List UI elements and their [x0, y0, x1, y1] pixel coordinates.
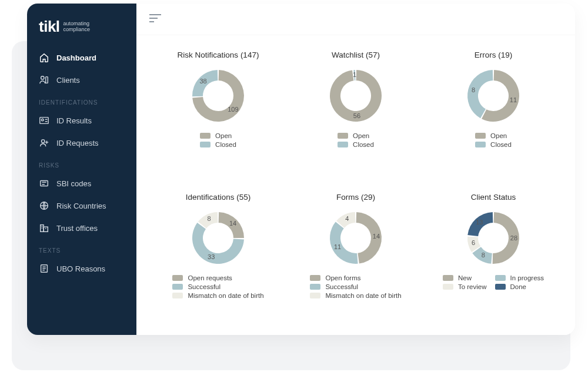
donut-chart: 118 [460, 63, 526, 129]
donut-value-label: 11 [510, 96, 517, 103]
legend-swatch [310, 293, 320, 298]
legend-swatch [172, 275, 183, 281]
donut-value-label: 1 [353, 71, 356, 78]
legend-label: Closed [215, 141, 236, 148]
chart-title: Risk Notifications (147) [178, 51, 259, 59]
donut-value-label: 56 [353, 112, 360, 119]
sidebar-item-id-requests[interactable]: ID Requests [27, 132, 136, 154]
legend-swatch [443, 284, 453, 290]
globe-icon [39, 200, 49, 211]
sidebar-item-label: Trust offices [56, 224, 98, 233]
topbar [136, 4, 575, 35]
chart-card: Forms (29)14114Open formsSuccessfulMisma… [287, 193, 425, 329]
sidebar-item-id-results[interactable]: ID Results [27, 109, 136, 132]
legend-label: Successful [188, 283, 220, 290]
donut-value-label: 14 [229, 220, 236, 227]
legend-item: Mismatch on date of birth [310, 292, 401, 299]
nav-group-label: TEXTS [27, 239, 136, 257]
legend-label: Open [215, 132, 232, 139]
legend-label: To review [458, 283, 487, 290]
legend-swatch [475, 142, 486, 147]
legend-swatch [338, 133, 348, 139]
nav-group-label: IDENTIFICATIONS [27, 91, 136, 109]
chart-legend: OpenClosed [200, 132, 236, 148]
sidebar-item-label: ID Requests [56, 139, 99, 147]
legend-label: Open [353, 132, 369, 139]
legend-label: Mismatch on date of birth [325, 292, 401, 299]
svg-rect-1 [46, 77, 48, 83]
legend-item: New [443, 274, 487, 281]
sidebar-item-dashboard[interactable]: Dashboard [27, 46, 136, 69]
main: Risk Notifications (147)10938OpenClosedW… [136, 4, 575, 335]
donut-chart: 10938 [185, 63, 251, 129]
chart-legend: OpenClosed [338, 132, 374, 148]
tag-icon [39, 178, 49, 189]
donut-value-label: 4 [345, 215, 349, 222]
chart-title: Errors (19) [475, 51, 513, 59]
legend-item: Successful [310, 283, 358, 290]
legend-label: Mismatch on date of birth [188, 292, 263, 299]
legend-label: Closed [353, 141, 374, 148]
legend-label: Open [490, 132, 507, 139]
sidebar-item-label: UBO Reasons [56, 264, 105, 273]
svg-point-3 [42, 119, 44, 121]
legend-swatch [310, 284, 320, 290]
donut-value-label: 11 [334, 243, 341, 250]
legend-swatch [495, 284, 506, 290]
legend-swatch [172, 284, 183, 290]
sidebar-item-ubo-reasons[interactable]: UBO Reasons [27, 257, 136, 280]
sidebar-item-label: Clients [56, 76, 80, 85]
donut-value-label: 109 [228, 106, 238, 113]
donut-segment[interactable] [330, 222, 358, 264]
menu-toggle-icon[interactable] [149, 14, 162, 25]
document-icon [39, 263, 49, 274]
legend-item: Successful [172, 283, 220, 290]
legend-swatch [443, 275, 453, 281]
legend-label: Open requests [188, 274, 232, 281]
home-icon [39, 52, 49, 63]
legend-item: Open requests [172, 274, 232, 281]
legend-swatch [172, 293, 183, 298]
chart-title: Watchlist (57) [332, 51, 380, 59]
legend-swatch [200, 142, 211, 147]
svg-point-6 [42, 140, 45, 143]
chart-card: Client Status288613NewIn progressTo revi… [425, 193, 562, 329]
legend-item: Done [495, 283, 544, 290]
legend-swatch [495, 275, 506, 281]
donut-chart: 14114 [323, 205, 389, 271]
chart-legend: Open formsSuccessfulMismatch on date of … [310, 274, 401, 299]
donut-value-label: 6 [472, 239, 475, 246]
donut-value-label: 8 [207, 215, 211, 222]
building-icon [39, 223, 49, 233]
legend-item: Closed [475, 141, 512, 148]
sidebar-item-risk-countries[interactable]: Risk Countries [27, 194, 136, 217]
donut-value-label: 8 [482, 251, 485, 259]
user-plus-icon [39, 137, 49, 148]
logo-text: tikl [39, 18, 60, 36]
donut-value-label: 13 [476, 219, 483, 226]
svg-rect-15 [44, 227, 48, 232]
sidebar-item-label: Risk Countries [56, 202, 106, 210]
legend-swatch [200, 133, 211, 139]
sidebar-item-label: ID Results [56, 116, 92, 125]
legend-label: Done [510, 283, 527, 290]
legend-item: To review [443, 283, 487, 290]
dashboard-content: Risk Notifications (147)10938OpenClosedW… [136, 35, 575, 335]
sidebar-item-clients[interactable]: Clients [27, 69, 136, 91]
sidebar-item-sbi-codes[interactable]: SBI codes [27, 172, 136, 194]
legend-item: Open [475, 132, 507, 139]
chart-title: Forms (29) [336, 193, 375, 202]
user-icon [39, 75, 49, 85]
app-window: tikl automating compliance DashboardClie… [27, 4, 575, 335]
chart-card: Identifications (55)14338Open requestsSu… [149, 193, 287, 329]
legend-swatch [310, 275, 320, 281]
legend-swatch [338, 142, 348, 147]
chart-legend: Open requestsSuccessfulMismatch on date … [172, 274, 263, 299]
id-card-icon [39, 115, 49, 126]
chart-legend: NewIn progressTo reviewDone [443, 274, 544, 290]
donut-value-label: 33 [208, 253, 215, 260]
chart-legend: OpenClosed [475, 132, 512, 148]
chart-card: Watchlist (57)561OpenClosed [287, 51, 425, 187]
sidebar-item-trust-offices[interactable]: Trust offices [27, 217, 136, 239]
nav-group-label: RISKS [27, 154, 136, 172]
